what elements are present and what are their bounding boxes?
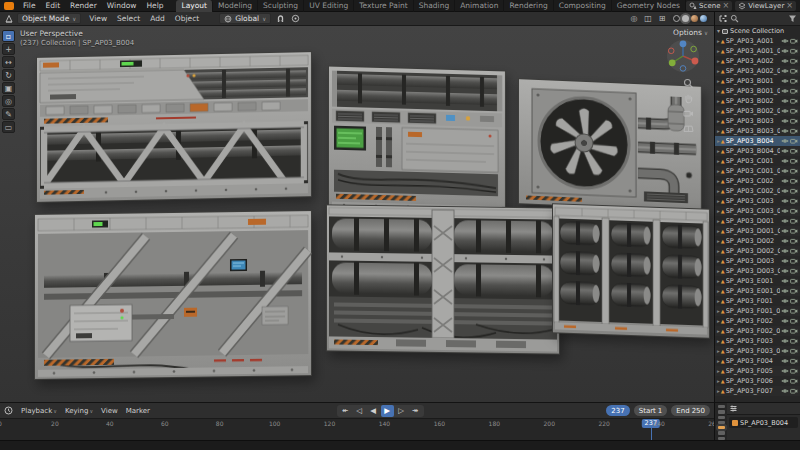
zoom-icon[interactable] [683, 78, 694, 89]
disclosure-arrow[interactable] [717, 328, 720, 334]
disable-render-icon[interactable] [790, 147, 798, 155]
disable-render-icon[interactable] [790, 237, 798, 245]
disclosure-arrow[interactable] [717, 138, 720, 144]
object-name[interactable]: SP_AP03_D002 [726, 237, 780, 245]
outliner-row[interactable]: SP_AP03_C002_02 [715, 186, 800, 196]
options-dropdown[interactable]: Options [673, 28, 708, 37]
disable-render-icon[interactable] [790, 367, 798, 375]
prev-keyframe-button[interactable]: ◁ [353, 405, 366, 417]
playhead[interactable]: 237 [651, 419, 652, 440]
timeline-ruler[interactable]: 237 020406080100120140160180200220240260 [0, 419, 714, 440]
disable-render-icon[interactable] [790, 57, 798, 65]
mode-dropdown[interactable]: Object Mode [17, 13, 81, 24]
disclosure-arrow[interactable] [717, 258, 720, 264]
editor-type-timeline-icon[interactable] [4, 406, 13, 415]
outliner-root-row[interactable]: Scene Collection [715, 26, 800, 36]
measure-tool[interactable]: ▭ [2, 121, 15, 133]
camera-view-icon[interactable] [683, 108, 694, 119]
menu-edit[interactable]: Edit [41, 0, 66, 12]
object-name[interactable]: SP_AP03_B002_02 [726, 107, 780, 115]
hide-viewport-icon[interactable] [781, 327, 789, 335]
disclosure-arrow[interactable] [717, 318, 720, 324]
hide-viewport-icon[interactable] [781, 267, 789, 275]
menu-marker[interactable]: Marker [122, 405, 154, 417]
disclosure-arrow[interactable] [717, 58, 720, 64]
outliner-row[interactable]: SP_AP03_F003 [715, 336, 800, 346]
disable-render-icon[interactable] [790, 257, 798, 265]
jump-to-end-button[interactable]: ↠ [409, 405, 422, 417]
hide-viewport-icon[interactable] [781, 247, 789, 255]
object-name[interactable]: SP_AP03_B001 [726, 77, 780, 85]
object-name[interactable]: SP_AP03_F003_02 [726, 347, 780, 355]
viewport-3d[interactable]: User Perspective (237) Collection | SP_A… [0, 26, 714, 402]
shading-solid-icon[interactable] [682, 15, 689, 22]
disclosure-arrow[interactable] [717, 148, 720, 154]
disable-render-icon[interactable] [790, 227, 798, 235]
disable-render-icon[interactable] [790, 317, 798, 325]
disclosure-arrow[interactable] [717, 358, 720, 364]
select-box-tool[interactable]: ▫ [2, 30, 15, 42]
viewlayer-remove-button[interactable] [786, 2, 793, 10]
workspace-tab-texture-paint[interactable]: Texture Paint [354, 0, 413, 12]
object-name[interactable]: SP_AP03_C001_02 [726, 167, 780, 175]
disable-render-icon[interactable] [790, 307, 798, 315]
disable-render-icon[interactable] [790, 377, 798, 385]
workspace-tab-animation[interactable]: Animation [455, 0, 504, 12]
disclosure-arrow[interactable] [717, 188, 720, 194]
disable-render-icon[interactable] [790, 87, 798, 95]
frame-start-field[interactable]: Start 1 [634, 405, 668, 416]
hide-viewport-icon[interactable] [781, 167, 789, 175]
outliner-row[interactable]: SP_AP03_B004 [715, 136, 800, 146]
disclosure-arrow[interactable] [717, 68, 720, 74]
outliner-row[interactable]: SP_AP03_C002 [715, 176, 800, 186]
outliner-row[interactable]: SP_AP03_D002 [715, 236, 800, 246]
disclosure-arrow[interactable] [717, 378, 720, 384]
disclosure-arrow[interactable] [717, 228, 720, 234]
object-name[interactable]: SP_AP03_A002 [726, 57, 780, 65]
hide-viewport-icon[interactable] [781, 337, 789, 345]
menu-playback[interactable]: Playback [17, 405, 61, 417]
hide-viewport-icon[interactable] [781, 377, 789, 385]
object-name[interactable]: SP_AP03_F001 [726, 297, 780, 305]
disclosure-arrow[interactable] [717, 158, 720, 164]
disable-render-icon[interactable] [790, 387, 798, 395]
outliner-row[interactable]: SP_AP03_E001_02 [715, 286, 800, 296]
disclosure-arrow[interactable] [717, 38, 720, 44]
object-name[interactable]: SP_AP03_F005 [726, 367, 780, 375]
hide-viewport-icon[interactable] [781, 387, 789, 395]
tab-object[interactable] [718, 426, 725, 429]
workspace-tab-shading[interactable]: Shading [414, 0, 455, 12]
outliner-row[interactable]: SP_AP03_F005 [715, 366, 800, 376]
object-name[interactable]: SP_AP03_D002_02 [726, 247, 780, 255]
object-name[interactable]: SP_AP03_C002_02 [726, 187, 780, 195]
hide-viewport-icon[interactable] [781, 307, 789, 315]
hide-viewport-icon[interactable] [781, 227, 789, 235]
menu-render[interactable]: Render [65, 0, 102, 12]
disable-render-icon[interactable] [790, 107, 798, 115]
outliner-row[interactable]: SP_AP03_C001 [715, 156, 800, 166]
disclosure-arrow[interactable] [717, 288, 720, 294]
hide-viewport-icon[interactable] [781, 217, 789, 225]
disable-render-icon[interactable] [790, 207, 798, 215]
object-name[interactable]: SP_AP03_C002 [726, 177, 780, 185]
model-wall-panel-1[interactable] [36, 51, 312, 203]
shading-wireframe-icon[interactable] [673, 15, 680, 22]
rotate-tool[interactable]: ↻ [2, 69, 15, 81]
outliner-row[interactable]: SP_AP03_D001 [715, 216, 800, 226]
workspace-tab-geometry-nodes[interactable]: Geometry Nodes [612, 0, 686, 12]
disable-render-icon[interactable] [790, 287, 798, 295]
outliner-row[interactable]: SP_AP03_D003_02 [715, 266, 800, 276]
disable-render-icon[interactable] [790, 187, 798, 195]
hide-viewport-icon[interactable] [781, 297, 789, 305]
hide-viewport-icon[interactable] [781, 77, 789, 85]
menu-window[interactable]: Window [102, 0, 142, 12]
object-name[interactable]: SP_AP03_A001 [726, 37, 780, 45]
model-fan-panel-3[interactable] [518, 78, 702, 212]
outliner-row[interactable]: SP_AP03_F002 [715, 316, 800, 326]
object-name[interactable]: SP_AP03_F002 [726, 317, 780, 325]
outliner-row[interactable]: SP_AP03_E001 [715, 276, 800, 286]
outliner-row[interactable]: SP_AP03_A002_02 [715, 66, 800, 76]
object-name[interactable]: SP_AP03_A001_02 [726, 47, 780, 55]
disclosure-arrow[interactable] [717, 308, 720, 314]
hide-viewport-icon[interactable] [781, 237, 789, 245]
